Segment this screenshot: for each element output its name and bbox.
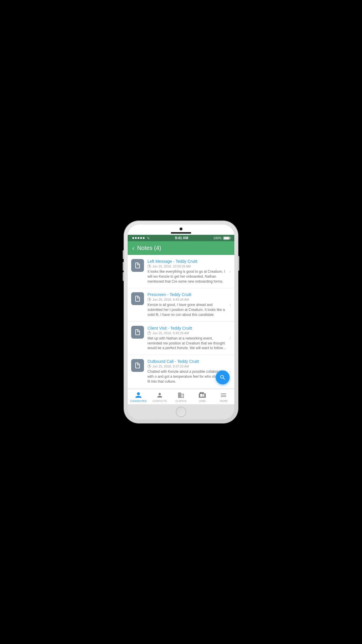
contacts-icon bbox=[156, 392, 163, 399]
status-left: ∿ bbox=[132, 236, 150, 240]
home-button-area bbox=[128, 404, 234, 419]
clients-icon bbox=[178, 392, 184, 399]
chevron-right-icon: › bbox=[229, 269, 231, 274]
note-body: Outbound Call - Teddy Cruitt Jun 25, 201… bbox=[147, 359, 228, 384]
battery-icon bbox=[223, 237, 230, 240]
note-date-row: Jun 25, 2018, 9:40:29 AM bbox=[147, 331, 228, 335]
battery-text: 100% bbox=[213, 236, 222, 240]
note-item-2[interactable]: Prescreen - Teddy Cruitt Jun 25, 2018, 9… bbox=[128, 288, 234, 321]
home-button[interactable] bbox=[176, 407, 186, 417]
note-date: Jun 25, 2018, 10:59:26 AM bbox=[152, 265, 191, 268]
battery-fill bbox=[224, 237, 229, 239]
note-date-row: Jun 25, 2018, 10:59:26 AM bbox=[147, 265, 228, 268]
status-bar: ∿ 9:41 AM 100% bbox=[128, 235, 234, 241]
bottom-nav: CANDIDATES CONTACTS CLIENTS bbox=[128, 389, 234, 404]
note-title: Left Message - Teddy Cruitt bbox=[147, 259, 228, 264]
note-doc-icon bbox=[134, 329, 141, 336]
search-fab[interactable] bbox=[216, 370, 230, 384]
note-title: Outbound Call - Teddy Cruitt bbox=[147, 359, 228, 364]
notes-list: Left Message - Teddy Cruitt Jun 25, 2018… bbox=[128, 255, 234, 389]
candidates-icon bbox=[135, 392, 142, 399]
signal-dot-3 bbox=[138, 237, 139, 239]
nav-item-jobs[interactable]: JOBS bbox=[192, 389, 213, 404]
page-title: Notes (4) bbox=[137, 245, 161, 251]
wifi-icon: ∿ bbox=[147, 236, 150, 240]
search-icon bbox=[219, 374, 226, 381]
nav-item-candidates[interactable]: CANDIDATES bbox=[128, 389, 149, 404]
phone-frame: ∿ 9:41 AM 100% ‹ Notes (4) bbox=[124, 221, 238, 423]
note-item-1[interactable]: Left Message - Teddy Cruitt Jun 25, 2018… bbox=[128, 255, 234, 288]
note-date: Jun 25, 2018, 9:37:23 AM bbox=[152, 365, 189, 368]
note-icon-wrap bbox=[131, 326, 144, 339]
status-time: 9:41 AM bbox=[175, 236, 188, 240]
note-icon-wrap bbox=[131, 359, 144, 372]
signal-dot-2 bbox=[135, 237, 137, 239]
note-date-row: Jun 25, 2018, 9:43:24 AM bbox=[147, 298, 228, 301]
note-preview: Kenzie is all good, I have gone ahead an… bbox=[147, 302, 228, 317]
note-body: Prescreen - Teddy Cruitt Jun 25, 2018, 9… bbox=[147, 292, 228, 317]
nav-label-clients: CLIENTS bbox=[175, 400, 187, 402]
note-date: Jun 25, 2018, 9:43:24 AM bbox=[152, 298, 189, 301]
note-doc-icon bbox=[134, 295, 141, 302]
nav-item-more[interactable]: MORE bbox=[213, 389, 234, 404]
note-preview: It looks like everything is good to go a… bbox=[147, 269, 228, 284]
signal-dots bbox=[132, 237, 145, 239]
note-icon-wrap bbox=[131, 292, 144, 305]
note-icon-wrap bbox=[131, 259, 144, 272]
clock-icon bbox=[147, 331, 151, 335]
nav-item-clients[interactable]: CLIENTS bbox=[170, 389, 191, 404]
note-body: Left Message - Teddy Cruitt Jun 25, 2018… bbox=[147, 259, 228, 284]
speaker-bar bbox=[171, 232, 191, 234]
status-right: 100% bbox=[213, 236, 230, 240]
clock-icon bbox=[147, 298, 151, 301]
note-item-3[interactable]: Client Visit - Teddy Cruitt Jun 25, 2018… bbox=[128, 322, 234, 355]
nav-item-contacts[interactable]: CONTACTS bbox=[149, 389, 170, 404]
note-preview: Met up with Nathan at a networking event… bbox=[147, 336, 228, 351]
chevron-right-icon: › bbox=[229, 302, 231, 307]
camera-dot bbox=[180, 228, 182, 230]
note-title: Prescreen - Teddy Cruitt bbox=[147, 292, 228, 297]
clock-icon bbox=[147, 265, 151, 268]
chevron-right-icon: › bbox=[229, 369, 231, 374]
nav-label-candidates: CANDIDATES bbox=[130, 400, 147, 402]
note-date-row: Jun 25, 2018, 9:37:23 AM bbox=[147, 365, 228, 368]
nav-label-jobs: JOBS bbox=[199, 400, 206, 402]
clock-icon bbox=[147, 365, 151, 368]
note-doc-icon bbox=[134, 262, 141, 269]
note-body: Client Visit - Teddy Cruitt Jun 25, 2018… bbox=[147, 326, 228, 351]
back-button[interactable]: ‹ bbox=[132, 245, 134, 251]
note-doc-icon bbox=[134, 362, 141, 369]
notch-area bbox=[128, 225, 234, 235]
more-icon bbox=[220, 392, 227, 399]
chevron-right-icon: › bbox=[229, 335, 231, 341]
signal-dot-1 bbox=[132, 237, 134, 239]
jobs-icon bbox=[199, 392, 206, 399]
phone-screen: ∿ 9:41 AM 100% ‹ Notes (4) bbox=[128, 225, 234, 419]
note-date: Jun 25, 2018, 9:40:29 AM bbox=[152, 331, 189, 335]
nav-label-contacts: CONTACTS bbox=[152, 400, 167, 402]
page-header: ‹ Notes (4) bbox=[128, 241, 234, 255]
signal-dot-5 bbox=[143, 237, 145, 239]
signal-dot-4 bbox=[140, 237, 142, 239]
note-title: Client Visit - Teddy Cruitt bbox=[147, 326, 228, 330]
nav-label-more: MORE bbox=[220, 400, 228, 402]
